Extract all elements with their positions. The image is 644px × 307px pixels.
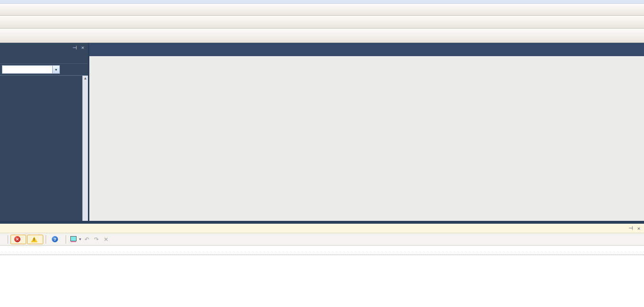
chevron-down-icon[interactable]: ▼ xyxy=(78,238,82,241)
navigation-panel: ⊣ × ▼ ▲ xyxy=(0,43,88,221)
chevron-down-icon[interactable]: ▼ xyxy=(52,66,59,73)
close-icon[interactable]: × xyxy=(635,225,642,232)
navigation-filter-row: ▼ xyxy=(0,64,88,75)
scroll-up-icon[interactable]: ▲ xyxy=(84,76,87,81)
main-area: ⊣ × ▼ ▲ xyxy=(0,43,644,224)
warning-icon xyxy=(31,237,38,242)
output-table-header xyxy=(0,246,644,255)
view-toolbar xyxy=(0,16,644,29)
pin-icon[interactable]: ⊣ xyxy=(627,225,634,232)
main-toolbar xyxy=(0,4,644,16)
tree-scrollbar[interactable]: ▲ xyxy=(82,76,88,221)
error-icon: ✕ xyxy=(14,236,20,242)
clear-output-icon[interactable]: ✕ xyxy=(102,236,110,243)
warning-filter-button[interactable] xyxy=(27,235,43,244)
navigation-titlebar: ⊣ × xyxy=(0,43,88,52)
workspace xyxy=(88,43,644,221)
ladder-symbol-toolbar xyxy=(0,29,644,43)
ladder-editor[interactable] xyxy=(89,56,644,221)
project-tree xyxy=(0,76,82,221)
output-panel: ⊣ × ✕ ? ▼ ↶ ↷ ✕ xyxy=(0,224,644,307)
navigation-toolbar xyxy=(0,52,88,64)
menu-bar xyxy=(0,0,644,4)
jump-previous-icon[interactable]: ↶ xyxy=(83,236,91,243)
pin-icon[interactable]: ⊣ xyxy=(71,44,78,51)
jump-next-icon[interactable]: ↷ xyxy=(92,236,101,243)
document-tabstrip xyxy=(89,43,644,56)
error-filter-button[interactable]: ✕ xyxy=(10,235,26,244)
information-filter-button[interactable]: ? xyxy=(48,235,63,244)
close-icon[interactable]: × xyxy=(79,44,86,51)
highlight-color-icon[interactable] xyxy=(70,236,77,241)
output-titlebar: ⊣ × xyxy=(0,224,644,233)
tree-filter-combo[interactable]: ▼ xyxy=(2,65,60,74)
information-icon: ? xyxy=(52,236,58,242)
output-toolbar: ✕ ? ▼ ↶ ↷ ✕ xyxy=(0,233,644,246)
